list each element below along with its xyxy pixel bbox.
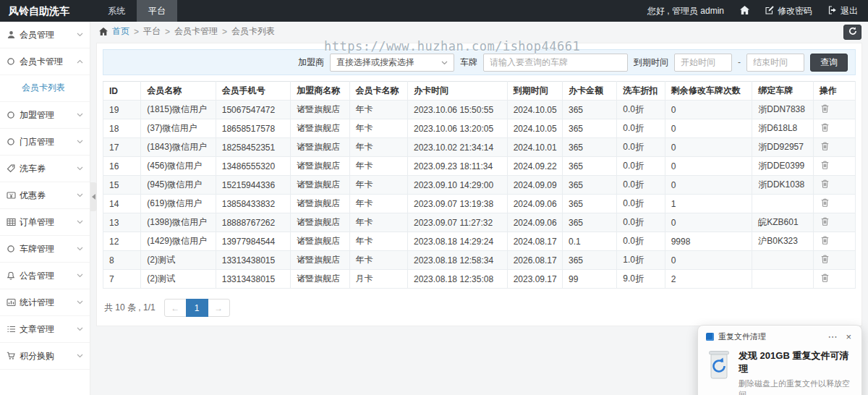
table-cell: 2023.10.06 13:20:05 bbox=[407, 119, 507, 138]
table-cell: 2023.09.23 18:11:34 bbox=[407, 157, 507, 176]
sidebar-item[interactable]: 公告管理 bbox=[0, 263, 90, 289]
plate-input[interactable] bbox=[483, 54, 628, 72]
trash-icon bbox=[821, 179, 829, 190]
delete-button[interactable] bbox=[820, 255, 830, 266]
sidebar-item[interactable]: 门店管理 bbox=[0, 129, 90, 156]
franchisee-select[interactable]: 直接选择或搜索选择 bbox=[330, 54, 454, 72]
trash-icon bbox=[821, 104, 829, 115]
delete-button[interactable] bbox=[820, 104, 830, 115]
table-cell: 15067547472 bbox=[216, 101, 290, 119]
sidebar-item[interactable]: 文章管理 bbox=[0, 316, 90, 343]
sidebar-item[interactable]: 会员卡管理 bbox=[0, 48, 90, 75]
table-cell: 2024.10.05 bbox=[507, 101, 562, 119]
table-cell: 诸暨旗舰店 bbox=[291, 251, 349, 270]
table-cell: 年卡 bbox=[349, 119, 407, 138]
table-cell: 诸暨旗舰店 bbox=[291, 157, 349, 176]
end-time-input[interactable] bbox=[746, 54, 804, 72]
table-cell: 365 bbox=[563, 119, 617, 138]
trash-icon bbox=[821, 217, 829, 228]
breadcrumb-item: 平台 bbox=[143, 25, 161, 38]
chevron-down-icon bbox=[77, 354, 83, 358]
table-cell: 2024.08.17 bbox=[507, 232, 562, 251]
table-cell: 15 bbox=[103, 176, 141, 195]
sidebar-item[interactable]: 加盟管理 bbox=[0, 102, 90, 129]
table-cell: 0 bbox=[665, 213, 752, 232]
sidebar-collapse-handle[interactable] bbox=[90, 182, 97, 211]
next-page-button[interactable]: → bbox=[208, 299, 230, 317]
more-options-icon[interactable]: ⋯ bbox=[825, 332, 839, 341]
table-cell: 诸暨旗舰店 bbox=[291, 232, 349, 251]
delete-button[interactable] bbox=[820, 179, 830, 190]
table-cell: 0.0折 bbox=[617, 213, 665, 232]
sidebar-item[interactable]: 积分换购 bbox=[0, 343, 90, 370]
delete-button[interactable] bbox=[820, 236, 830, 247]
table-cell: 2024.10.01 bbox=[507, 138, 562, 157]
column-header: 加盟商名称 bbox=[291, 82, 349, 101]
column-header: 到期时间 bbox=[507, 82, 562, 101]
page-1-button[interactable]: 1 bbox=[186, 299, 208, 317]
table-cell: 2023.08.18 12:35:08 bbox=[407, 270, 507, 289]
table-cell: 13858433832 bbox=[216, 195, 290, 213]
table-cell: 365 bbox=[563, 157, 617, 176]
refresh-icon bbox=[848, 27, 857, 38]
sidebar-subitem[interactable]: 会员卡列表 bbox=[0, 75, 90, 101]
table-cell: 2023.09.10 14:29:00 bbox=[407, 176, 507, 195]
table-header-row: ID会员名称会员手机号加盟商名称会员卡名称办卡时间到期时间办卡金额洗车折扣剩余修… bbox=[103, 82, 856, 101]
close-icon[interactable]: × bbox=[843, 332, 854, 341]
cleanup-toast: 重复文件清理 ⋯ × 发现 201GB 重复文件可清理 删除磁盘上的重复文件以释… bbox=[697, 325, 862, 395]
chevron-down-icon bbox=[77, 273, 83, 278]
prev-page-button[interactable]: ← bbox=[164, 299, 187, 317]
table-row: 18(37)微信用户18658517578诸暨旗舰店年卡2023.10.06 1… bbox=[103, 119, 856, 138]
sidebar-item[interactable]: 统计管理 bbox=[0, 289, 90, 316]
chevron-down-icon bbox=[77, 113, 83, 117]
delete-button[interactable] bbox=[820, 217, 830, 228]
sidebar-item[interactable]: 订单管理 bbox=[0, 209, 90, 236]
delete-button[interactable] bbox=[820, 161, 830, 171]
delete-button[interactable] bbox=[820, 142, 830, 153]
delete-button[interactable] bbox=[820, 273, 830, 284]
table-cell: 8 bbox=[103, 251, 141, 270]
delete-button[interactable] bbox=[820, 198, 830, 209]
chevron-down-icon bbox=[441, 57, 448, 67]
breadcrumb-home-link[interactable]: 首页 bbox=[112, 25, 129, 38]
trash-icon bbox=[821, 255, 829, 266]
table-row: 16(456)微信用户13486555320诸暨旗舰店年卡2023.09.23 … bbox=[103, 157, 856, 176]
nav-tab-system[interactable]: 系统 bbox=[96, 0, 137, 22]
table-cell: 2023.10.02 21:34:14 bbox=[407, 138, 507, 157]
breadcrumb-separator: > bbox=[165, 27, 170, 37]
sidebar-item[interactable]: 车牌管理 bbox=[0, 236, 90, 263]
refresh-button[interactable] bbox=[843, 25, 861, 40]
nav-tabs: 系统 平台 bbox=[96, 0, 177, 22]
table-cell: 1 bbox=[665, 195, 752, 213]
table-cell: 年卡 bbox=[349, 157, 407, 176]
table-cell: 13 bbox=[103, 213, 141, 232]
sidebar-item[interactable]: 优惠券 bbox=[0, 182, 90, 209]
franchisee-label: 加盟商 bbox=[298, 56, 324, 69]
breadcrumb: 首页>平台>会员卡管理>会员卡列表 bbox=[90, 22, 868, 41]
table-cell: 18888767262 bbox=[216, 213, 290, 232]
plate-label: 车牌 bbox=[460, 56, 477, 69]
start-time-input[interactable] bbox=[674, 54, 732, 72]
toast-title: 重复文件清理 bbox=[718, 331, 821, 342]
table-cell: 0.0折 bbox=[617, 232, 665, 251]
search-button[interactable]: 查询 bbox=[810, 54, 848, 72]
recycle-bin-icon bbox=[707, 349, 731, 382]
logout-button[interactable]: 退出 bbox=[828, 5, 858, 17]
sidebar-item[interactable]: 会员管理 bbox=[0, 22, 90, 48]
home-button[interactable] bbox=[740, 6, 749, 17]
sidebar-menu: 会员管理会员卡管理会员卡列表加盟管理门店管理洗车券优惠券订单管理车牌管理公告管理… bbox=[0, 22, 90, 370]
table-cell: 18658517578 bbox=[216, 119, 290, 138]
table-cell: 365 bbox=[563, 213, 617, 232]
home-icon bbox=[740, 6, 749, 17]
table-cell: 年卡 bbox=[349, 195, 407, 213]
action-cell bbox=[813, 138, 855, 157]
sidebar-item[interactable]: 洗车券 bbox=[0, 156, 90, 182]
table-cell: 0 bbox=[665, 157, 752, 176]
table-cell: 浙DDE0399 bbox=[752, 157, 813, 176]
table-cell: 2023.10.06 15:50:55 bbox=[407, 101, 507, 119]
change-password-button[interactable]: 修改密码 bbox=[765, 5, 812, 17]
delete-button[interactable] bbox=[820, 123, 830, 134]
nav-tab-platform[interactable]: 平台 bbox=[137, 0, 177, 22]
table-cell: 18258452351 bbox=[216, 138, 290, 157]
table-cell: 17 bbox=[103, 138, 141, 157]
